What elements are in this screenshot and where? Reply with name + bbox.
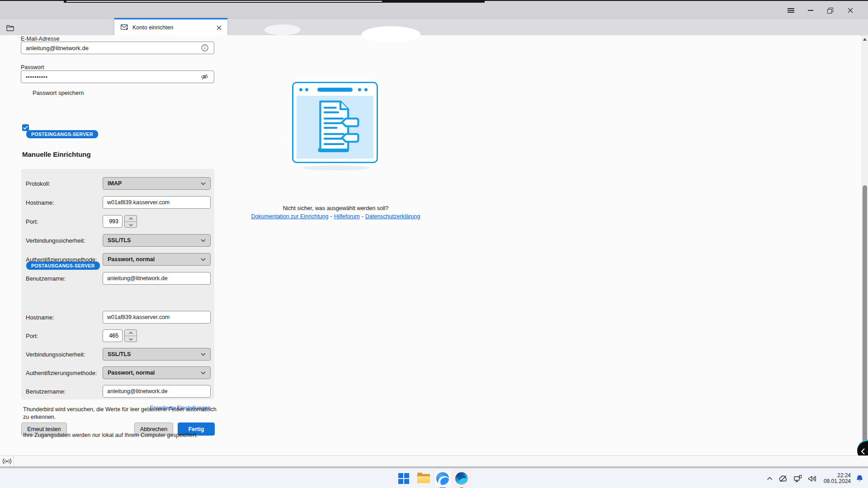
account-setup-pane: E-Mail-Adresse Passwort Passwort speiche… <box>0 35 868 455</box>
close-window-button[interactable] <box>841 3 859 18</box>
outgoing-username-label: Benutzername: <box>26 388 66 395</box>
chevron-down-icon <box>201 353 206 356</box>
status-bar <box>0 455 868 466</box>
chevron-down-icon <box>201 371 206 375</box>
outgoing-auth-value: Passwort, normal <box>108 370 155 376</box>
outgoing-server-badge: POSTAUSGANGS-SERVER <box>26 262 100 270</box>
volume-icon[interactable] <box>808 475 816 482</box>
outgoing-port-input[interactable] <box>103 329 123 342</box>
outgoing-auth-label: Authentifizierungsmethode: <box>26 370 97 376</box>
spin-down-button[interactable] <box>125 221 137 228</box>
minimize-icon <box>808 10 813 11</box>
outgoing-hostname-input[interactable] <box>103 311 211 324</box>
notification-bell-icon[interactable] <box>856 474 863 483</box>
chevron-down-icon <box>129 224 133 226</box>
outgoing-port-stepper[interactable] <box>103 329 158 342</box>
outgoing-auth-select[interactable]: Passwort, normal <box>103 366 211 379</box>
link-separator: - <box>330 213 332 220</box>
edge-icon <box>455 472 468 485</box>
outgoing-hostname-label: Hostname: <box>26 314 54 321</box>
illustration-document <box>297 96 373 159</box>
spin-down-button[interactable] <box>125 336 137 342</box>
incoming-username-input[interactable] <box>103 272 211 285</box>
incoming-protocol-select[interactable]: IMAP <box>103 177 211 190</box>
help-link-2[interactable]: Datenschutzerklärung <box>365 213 420 220</box>
incoming-security-value: SSL/TLS <box>108 237 131 244</box>
taskbar: 22:24 09.01.2024 <box>0 468 868 488</box>
incoming-protocol-value: IMAP <box>108 180 122 187</box>
incoming-hostname-label: Hostname: <box>26 199 54 206</box>
outgoing-security-select[interactable]: SSL/TLS <box>103 348 211 361</box>
illustration-shadow <box>302 165 370 170</box>
hamburger-icon <box>788 7 794 14</box>
edge-button[interactable] <box>453 470 470 487</box>
incoming-auth-value: Passwort, normal <box>108 256 155 263</box>
incoming-protocol-label: Protokoll: <box>26 180 50 187</box>
minimize-button[interactable] <box>802 3 820 18</box>
network-icon[interactable] <box>794 475 802 482</box>
local-storage-note: Ihre Zugangsdaten werden nur lokal auf I… <box>23 432 198 439</box>
incoming-port-input[interactable] <box>103 215 123 228</box>
broadcast-status-icon[interactable] <box>0 456 14 466</box>
incoming-port-spin-buttons <box>124 215 137 228</box>
chevron-left-icon <box>861 448 865 455</box>
thunderbird-button[interactable] <box>434 470 451 487</box>
outgoing-security-label: Verbindungssicherheit: <box>26 351 85 358</box>
show-password-icon[interactable] <box>201 74 208 80</box>
info-icon[interactable] <box>201 44 208 52</box>
save-password-label: Passwort speichern <box>33 89 84 96</box>
help-link-1[interactable]: Hilfeforum <box>334 213 360 220</box>
tray-expand-chevron[interactable] <box>767 477 773 480</box>
incoming-server-badge: POSTEINGANGS-SERVER <box>26 130 98 138</box>
cloud-decoration <box>264 24 301 35</box>
folder-pane-icon[interactable] <box>6 25 14 31</box>
outgoing-port-label: Port: <box>26 333 38 339</box>
title-bar <box>0 3 868 18</box>
restore-button[interactable] <box>821 3 839 18</box>
email-label: E-Mail-Adresse <box>21 36 59 42</box>
tab-title: Konto einrichten <box>132 24 173 31</box>
cloud-decoration <box>362 26 420 42</box>
spin-up-button[interactable] <box>125 216 137 221</box>
restore-icon <box>827 8 833 14</box>
app-menu-button[interactable] <box>782 3 800 18</box>
scroll-up-arrow[interactable] <box>863 38 867 41</box>
start-button[interactable] <box>395 470 412 487</box>
chevron-down-icon <box>129 338 133 341</box>
onedrive-offline-icon[interactable] <box>779 475 788 482</box>
thunderbird-icon <box>436 472 449 485</box>
close-tab-button[interactable] <box>216 24 222 31</box>
windows-logo-icon <box>398 473 409 484</box>
outgoing-security-value: SSL/TLS <box>108 351 131 357</box>
tab-konto-einrichten[interactable]: Konto einrichten <box>114 18 227 35</box>
autodetect-note: Thunderbird wird versuchen, die Werte fü… <box>23 406 217 421</box>
incoming-security-label: Verbindungssicherheit: <box>26 237 85 244</box>
date: 09.01.2024 <box>824 479 851 484</box>
help-link-0[interactable]: Dokumentation zur Einrichtung <box>251 213 329 220</box>
window-top-border <box>0 0 868 1</box>
outgoing-port-spin-buttons <box>124 329 137 342</box>
help-question: Nicht sicher, was ausgewählt werden soll… <box>251 205 420 211</box>
password-field[interactable] <box>21 70 214 83</box>
email-field[interactable] <box>21 42 214 54</box>
help-links: Dokumentation zur Einrichtung-Hilfeforum… <box>217 213 454 220</box>
check-icon <box>23 126 28 130</box>
incoming-port-stepper[interactable] <box>103 215 158 228</box>
chevron-down-icon <box>201 239 206 242</box>
file-explorer-button[interactable] <box>415 470 432 487</box>
incoming-security-select[interactable]: SSL/TLS <box>103 234 211 247</box>
setup-illustration <box>292 82 378 163</box>
outgoing-username-input[interactable] <box>103 385 211 398</box>
chevron-down-icon <box>201 182 206 185</box>
incoming-hostname-input[interactable] <box>103 196 211 209</box>
scrollbar-thumb[interactable] <box>863 185 867 454</box>
clock[interactable]: 22:24 09.01.2024 <box>824 473 851 484</box>
incoming-auth-select[interactable]: Passwort, normal <box>103 253 211 266</box>
incoming-username-label: Benutzername: <box>26 275 66 282</box>
spin-up-button[interactable] <box>125 330 137 336</box>
link-separator: - <box>362 213 363 220</box>
password-label: Passwort <box>21 64 44 70</box>
close-icon <box>217 25 222 30</box>
file-explorer-icon <box>417 473 430 484</box>
mail-setup-icon <box>121 24 128 30</box>
